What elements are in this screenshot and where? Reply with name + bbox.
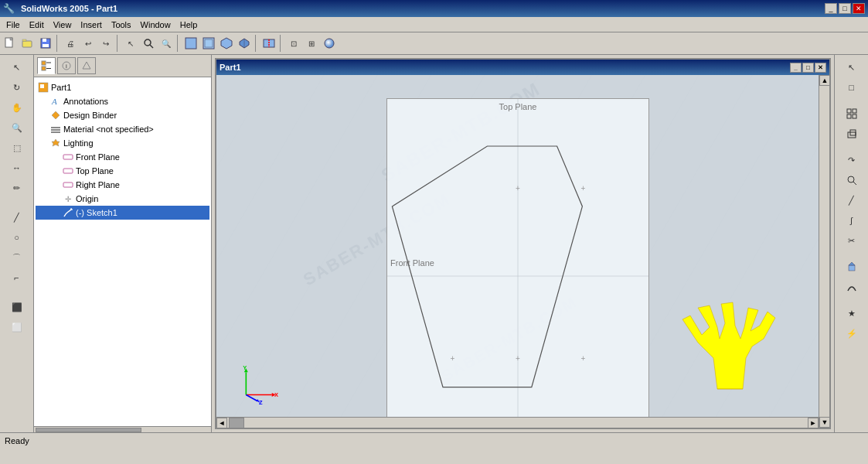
tb-select[interactable]: ↖ [122, 35, 139, 52]
tb-view-iso[interactable] [236, 35, 253, 52]
scroll-up-btn[interactable]: ▲ [819, 75, 829, 86]
tree-lighting[interactable]: Lighting [36, 136, 209, 150]
rs-zoom2[interactable] [840, 171, 863, 189]
sb-zoom[interactable]: 🔍 [5, 118, 29, 137]
menu-window[interactable]: Window [136, 19, 175, 31]
rs-display[interactable]: □ [840, 78, 863, 97]
close-button[interactable]: ✕ [853, 3, 865, 14]
sb-dimension[interactable]: ↔ [5, 159, 29, 177]
tb-new[interactable] [2, 35, 19, 52]
tree-right-plane-label: Right Plane [76, 180, 120, 189]
inner-close[interactable]: ✕ [815, 63, 826, 73]
menu-file[interactable]: File [2, 19, 25, 31]
rs-rotate-right[interactable]: ↷ [840, 151, 863, 169]
tb-undo[interactable]: ↩ [80, 35, 97, 52]
svg-rect-55 [847, 109, 851, 113]
svg-rect-28 [51, 127, 60, 128]
svg-text:Z: Z [259, 399, 263, 404]
status-text: Ready [5, 436, 29, 445]
sb-select-arrow[interactable]: ↖ [5, 58, 29, 77]
rs-star[interactable]: ★ [840, 304, 863, 322]
tb-open[interactable] [19, 35, 36, 52]
sb-circle[interactable]: ○ [5, 228, 29, 247]
tree-material-label: Material <not specified> [63, 125, 154, 134]
tb-sep-5 [280, 35, 283, 52]
sb-cut[interactable]: ⬜ [5, 318, 29, 336]
rs-grid[interactable] [840, 104, 863, 123]
svg-rect-25 [40, 84, 44, 88]
rs-select[interactable]: ↖ [840, 58, 863, 77]
maximize-button[interactable]: □ [839, 3, 851, 14]
sb-sketch[interactable]: ✏ [5, 179, 29, 197]
yellow-logo [675, 296, 783, 397]
panel-scrollbar[interactable] [34, 426, 211, 432]
tree-origin-label: Origin [76, 194, 98, 203]
svg-text:X: X [274, 391, 278, 398]
svg-rect-56 [853, 109, 856, 113]
sb-fillet[interactable]: ⌐ [5, 268, 29, 287]
tb-view-front[interactable] [182, 35, 199, 52]
tree-sketch1[interactable]: (-) Sketch1 [36, 206, 209, 220]
tb-sep-3 [177, 35, 180, 52]
tb-wireframe[interactable]: ⊡ [285, 35, 302, 52]
sb-arc[interactable]: ⌒ [5, 248, 29, 267]
tb-view-back[interactable] [200, 35, 217, 52]
sb-ext[interactable]: ⬛ [5, 298, 29, 316]
viewport[interactable]: SABER-MTB.COM SABER-MTB.COM SABER-MTB.CO… [216, 75, 829, 428]
rs-extrude2[interactable] [840, 258, 863, 276]
svg-rect-34 [63, 183, 73, 187]
scroll-handle-h[interactable] [229, 418, 244, 428]
inner-minimize[interactable]: _ [790, 63, 802, 73]
scroll-left-btn[interactable]: ◄ [216, 418, 227, 428]
tb-print[interactable]: 🖨 [62, 35, 79, 52]
rs-line2[interactable]: ╱ [840, 191, 863, 210]
toolbar-row-1: 🖨 ↩ ↪ ↖ 🔍 ⊡ ⊞ [2, 34, 866, 53]
rs-magnet[interactable]: ⚡ [840, 324, 863, 343]
tree-material[interactable]: Material <not specified> [36, 122, 209, 136]
tb-zoom-fit[interactable] [140, 35, 157, 52]
rs-spline[interactable]: ∫ [840, 211, 863, 230]
svg-point-6 [145, 39, 151, 46]
rs-sweep[interactable] [840, 278, 863, 296]
tab-config-manager[interactable] [77, 57, 96, 74]
design-binder-icon [49, 109, 62, 121]
tree-origin[interactable]: ✛ Origin [36, 192, 209, 206]
sketch-icon [62, 206, 74, 219]
tab-property-manager[interactable]: i [57, 57, 76, 74]
menu-insert[interactable]: Insert [76, 19, 107, 31]
scroll-down-btn[interactable]: ▼ [819, 417, 829, 428]
tb-redo[interactable]: ↪ [97, 35, 114, 52]
scroll-right-btn[interactable]: ► [808, 418, 819, 428]
tb-zoom-in[interactable]: 🔍 [158, 35, 175, 52]
menu-tools[interactable]: Tools [107, 19, 136, 31]
menu-edit[interactable]: Edit [25, 19, 49, 31]
menu-help[interactable]: Help [175, 19, 203, 31]
tree-sketch1-label: (-) Sketch1 [76, 208, 117, 217]
tree-front-plane[interactable]: Front Plane [36, 150, 209, 164]
tb-view-3d[interactable] [218, 35, 235, 52]
sb-line[interactable]: ╱ [5, 208, 29, 227]
menu-view[interactable]: View [49, 19, 77, 31]
sb-zoom-box[interactable]: ⬚ [5, 138, 29, 157]
rs-3dsketch[interactable] [840, 125, 863, 143]
sb-pan[interactable]: ✋ [5, 98, 29, 117]
tree-annotations[interactable]: A Annotations [36, 94, 209, 108]
tb-shaded[interactable] [321, 35, 338, 52]
viewport-scrollbar-h[interactable]: ◄ ► [216, 417, 819, 428]
toolbar-area: 🖨 ↩ ↪ ↖ 🔍 ⊡ ⊞ [0, 32, 868, 55]
tree-root[interactable]: Part1 [36, 80, 209, 94]
viewport-scrollbar-v[interactable]: ▲ ▼ [819, 75, 829, 428]
inner-maximize[interactable]: □ [802, 63, 814, 73]
tree-right-plane[interactable]: Right Plane [36, 178, 209, 192]
tree-design-binder[interactable]: Design Binder [36, 108, 209, 122]
svg-point-16 [325, 39, 334, 48]
rs-trim[interactable]: ✂ [840, 231, 863, 250]
tb-save[interactable] [37, 35, 54, 52]
tb-hidden-lines[interactable]: ⊞ [303, 35, 320, 52]
minimize-button[interactable]: _ [825, 3, 837, 14]
tab-feature-manager[interactable] [37, 57, 56, 74]
tb-section-view[interactable] [260, 35, 277, 52]
svg-rect-29 [51, 129, 60, 131]
sb-rotate[interactable]: ↻ [5, 78, 29, 97]
tree-top-plane[interactable]: Top Plane [36, 164, 209, 178]
